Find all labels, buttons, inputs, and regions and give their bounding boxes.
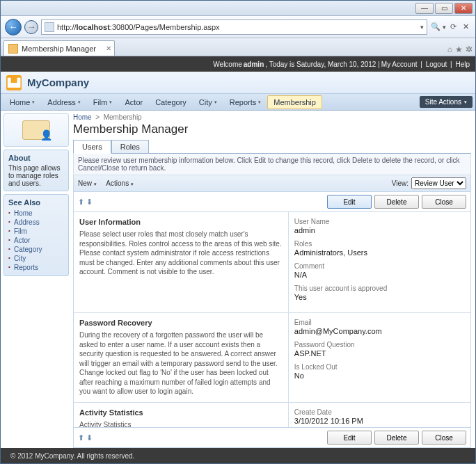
about-text: This page allows to manage roles and use… (8, 164, 64, 187)
help-link[interactable]: Help (455, 61, 470, 68)
section-title: User Information (79, 218, 283, 226)
field-label: Password Question (294, 341, 465, 349)
about-heading: About (8, 154, 64, 162)
breadcrumb: Home > Membership (73, 113, 471, 121)
menu-home[interactable]: Home▾ (3, 95, 41, 109)
brand-logo-icon: ▙▟ (6, 75, 22, 90)
field-value: Yes (294, 293, 465, 301)
menu-city[interactable]: City▾ (193, 95, 223, 109)
next-record-icon[interactable]: ⬇ (86, 198, 93, 206)
edit-button[interactable]: Edit (327, 431, 372, 445)
stop-icon[interactable]: ✕ (460, 22, 471, 33)
site-actions-button[interactable]: Site Actions▾ (420, 96, 473, 108)
brand-name: MyCompany (27, 77, 89, 88)
search-icon[interactable]: 🔍 (430, 22, 441, 33)
page-icon (3, 113, 69, 147)
field-value: ASP.NET (294, 349, 465, 358)
new-button[interactable]: New ▾ (78, 179, 97, 187)
field-value: N/A (294, 271, 465, 279)
field-value: 3/10/2012 10:16 PM (294, 417, 465, 425)
field-value: No (294, 371, 465, 380)
menu-address[interactable]: Address▾ (41, 95, 86, 109)
field-label: This user account is approved (294, 285, 465, 292)
footer: © 2012 MyCompany. All rights reserved. (1, 448, 475, 463)
prev-record-icon[interactable]: ⬆ (78, 433, 84, 442)
refresh-icon[interactable]: ⟳ (447, 22, 459, 33)
seealso-reports[interactable]: Reports (8, 263, 64, 272)
menu-category[interactable]: Category (149, 95, 193, 109)
menu-actor[interactable]: Actor (118, 95, 149, 109)
top-user-bar: Welcome admin, Today is Saturday, March … (1, 56, 475, 72)
window-min-button[interactable]: — (415, 3, 434, 14)
delete-button[interactable]: Delete (374, 195, 419, 209)
menu-film[interactable]: Film▾ (87, 95, 119, 109)
tab-favicon-icon (8, 44, 18, 54)
field-label: Create Date (294, 408, 465, 416)
tab-users[interactable]: Users (73, 140, 111, 154)
field-label: User Name (294, 218, 465, 225)
delete-button[interactable]: Delete (374, 431, 419, 445)
prev-record-icon[interactable]: ⬆ (78, 198, 84, 206)
tab-roles[interactable]: Roles (111, 140, 149, 154)
tab-close-icon[interactable]: ✕ (106, 45, 111, 52)
window-max-button[interactable]: ▭ (435, 3, 453, 14)
close-button[interactable]: Close (422, 195, 466, 209)
hint-bar: Please review user membership informatio… (73, 154, 471, 175)
section-title: Password Recovery (79, 319, 283, 327)
edit-button[interactable]: Edit (327, 195, 372, 209)
url-history-icon[interactable]: ▾ (420, 24, 424, 31)
seealso-city[interactable]: City (8, 254, 64, 263)
field-value: Administrators, Users (294, 248, 465, 257)
home-icon[interactable]: ⌂ (447, 45, 452, 54)
address-bar[interactable]: http://localhost:30800/Pages/Membership.… (41, 19, 427, 35)
section-title: Activity Statistics (79, 408, 283, 417)
forward-button[interactable]: → (24, 20, 38, 34)
main-menu: Home▾Address▾Film▾ActorCategoryCity▾Repo… (1, 94, 475, 111)
next-record-icon[interactable]: ⬇ (86, 433, 93, 442)
actions-button[interactable]: Actions ▾ (106, 179, 134, 187)
site-favicon-icon (45, 22, 54, 32)
seealso-category[interactable]: Category (8, 245, 64, 254)
breadcrumb-home[interactable]: Home (73, 113, 92, 121)
tools-icon[interactable]: ✲ (466, 45, 473, 54)
menu-membership[interactable]: Membership (267, 95, 322, 109)
section-desc: During the recovery of a forgotten passw… (79, 330, 283, 397)
seealso-heading: See Also (8, 198, 64, 207)
field-label: Comment (294, 262, 465, 270)
seealso-home[interactable]: Home (8, 209, 64, 218)
menu-reports[interactable]: Reports▾ (223, 95, 268, 109)
page-title: Membership Manager (73, 122, 471, 136)
favorites-icon[interactable]: ★ (455, 45, 463, 54)
browser-tab[interactable]: Membership Manager ✕ (3, 40, 115, 56)
close-button[interactable]: Close (422, 431, 466, 445)
field-label: Email (294, 319, 465, 326)
window-titlebar: — ▭ ✕ (1, 1, 475, 16)
my-account-link[interactable]: My Account (381, 61, 418, 68)
logout-link[interactable]: Logout (426, 61, 447, 68)
field-label: Is Locked Out (294, 363, 465, 371)
section-desc: Please select user roles that most close… (79, 230, 283, 277)
seealso-actor[interactable]: Actor (8, 236, 64, 245)
back-button[interactable]: ← (5, 19, 22, 35)
field-value: admin@MyCompany.com (294, 327, 465, 335)
seealso-film[interactable]: Film (8, 227, 64, 236)
field-label: Roles (294, 240, 465, 248)
seealso-address[interactable]: Address (8, 218, 64, 227)
tab-title: Membership Manager (22, 45, 96, 53)
section-desc: Activity Statistics (79, 420, 283, 429)
view-select[interactable]: Review User (411, 177, 466, 189)
field-value: admin (294, 226, 465, 234)
window-close-button[interactable]: ✕ (454, 3, 473, 14)
